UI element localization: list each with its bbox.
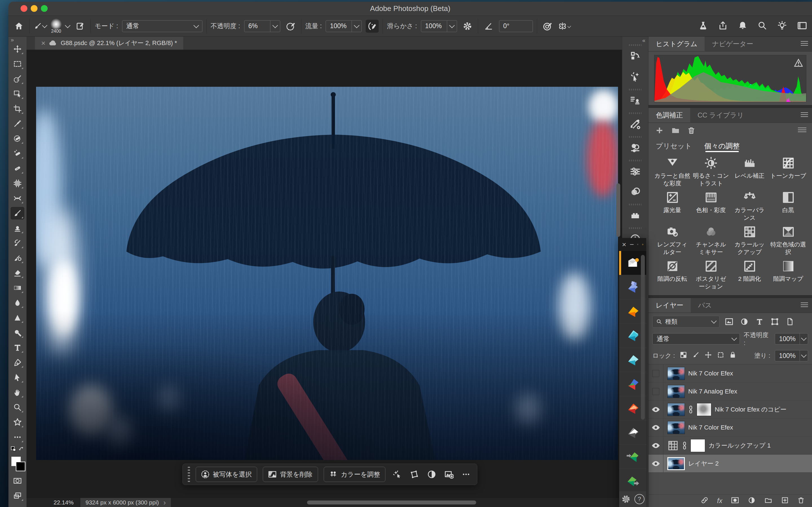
tool-eyedropper[interactable] xyxy=(11,117,24,130)
lut-grid-icon[interactable] xyxy=(667,440,679,451)
histogram-warning-icon[interactable] xyxy=(794,59,803,67)
adj-threshold[interactable]: 2 階調化 xyxy=(730,260,769,290)
taskbar-drag-handle[interactable] xyxy=(188,467,190,482)
bell-icon[interactable] xyxy=(738,20,748,32)
layer-mask-thumbnail[interactable] xyxy=(697,403,711,416)
new-adjustment-icon[interactable] xyxy=(748,496,756,505)
default-colors-widget[interactable] xyxy=(10,446,24,452)
remove-background-button[interactable]: 背景を削除 xyxy=(263,467,318,482)
tool-sharpen[interactable] xyxy=(11,312,24,324)
tool-brush[interactable] xyxy=(11,207,24,219)
panel-menu-icon[interactable] xyxy=(801,112,808,118)
zoom-percentage[interactable]: 22.14% xyxy=(54,499,73,506)
nik-scrollbar[interactable] xyxy=(641,255,645,420)
tool-zoom[interactable] xyxy=(11,401,24,413)
adj-brightness-contrast[interactable]: 明るさ・コントラスト xyxy=(692,157,730,187)
tool-clone-stamp[interactable] xyxy=(11,222,24,234)
layer-filter-select[interactable]: 種類 xyxy=(652,316,719,328)
lock-artboard-icon[interactable] xyxy=(717,351,725,360)
layer-mask-thumbnail[interactable] xyxy=(691,439,705,452)
nik-minimize-icon[interactable]: − xyxy=(629,240,634,249)
transform-polygon-icon[interactable] xyxy=(409,467,420,482)
properties-panel-icon[interactable] xyxy=(622,161,648,182)
nik-item-silver-efex[interactable] xyxy=(619,420,646,445)
adj-curves[interactable]: トーンカーブ xyxy=(769,157,808,187)
toggle-brush-settings-icon[interactable] xyxy=(73,20,87,33)
document-tab[interactable]: × G88.psdc @ 22.1% (レイヤー 2, RGB/8) * xyxy=(35,37,183,50)
flow-chevron[interactable] xyxy=(352,20,361,32)
tool-path-select[interactable] xyxy=(11,371,24,384)
visibility-toggle[interactable] xyxy=(649,418,663,436)
layer-row[interactable]: Nik 7 Color Efex のコピー xyxy=(649,400,812,418)
adj-posterize[interactable]: ポスタリゼーション xyxy=(692,260,730,290)
tool-presets-panel-icon[interactable] xyxy=(622,114,648,134)
layer-name[interactable]: Nik 7 Color Efex xyxy=(688,370,733,377)
canvas-horizontal-scrollbar[interactable] xyxy=(307,501,476,504)
pressure-size-icon[interactable] xyxy=(541,20,554,33)
layer-row-selected[interactable]: レイヤー 2 xyxy=(649,455,812,473)
filter-image-layers-icon[interactable] xyxy=(723,316,735,328)
new-group-icon[interactable] xyxy=(764,496,772,505)
panel-menu-icon[interactable] xyxy=(801,302,808,308)
layer-thumbnail[interactable] xyxy=(667,421,685,434)
tool-eraser[interactable] xyxy=(11,267,24,279)
layer-row[interactable]: Nik 7 Color Efex xyxy=(649,364,812,383)
subtab-individual[interactable]: 個々の調整 xyxy=(704,138,740,154)
airbrush-icon[interactable] xyxy=(366,20,378,33)
pressure-opacity-icon[interactable] xyxy=(284,20,297,33)
smoothing-options-gear-icon[interactable] xyxy=(461,20,474,33)
layer-row[interactable]: Nik 7 Color Efex xyxy=(649,418,812,437)
discover-lightbulb-icon[interactable] xyxy=(777,20,787,32)
plugins-panel-icon[interactable] xyxy=(622,205,648,226)
help-icon[interactable]: ? xyxy=(635,494,645,504)
foreground-background-colors[interactable] xyxy=(11,454,24,472)
mask-link-icon[interactable] xyxy=(688,405,693,414)
tool-hand[interactable] xyxy=(11,386,24,399)
layer-thumbnail[interactable] xyxy=(667,457,685,470)
lock-transparency-icon[interactable] xyxy=(679,351,688,360)
filter-type-layers-icon[interactable] xyxy=(754,316,765,328)
adj-channel-mixer[interactable]: チャンネルミキサー xyxy=(692,225,730,256)
add-mask-icon[interactable] xyxy=(731,496,739,505)
tab-layers[interactable]: レイヤー xyxy=(649,298,691,313)
sparkle-cursor-icon[interactable] xyxy=(391,467,403,482)
share-icon[interactable] xyxy=(718,20,728,32)
adj-hue-saturation[interactable]: 色相・彩度 xyxy=(692,191,730,221)
adj-color-lookup[interactable]: カラールックアップ xyxy=(730,225,769,256)
workspace-icon[interactable] xyxy=(797,20,808,32)
nik-item-output-sharpener[interactable] xyxy=(619,469,646,493)
smoothing-input[interactable]: 100% xyxy=(421,20,457,32)
adj-black-white[interactable]: 白黒 xyxy=(769,191,808,221)
tool-shape-star[interactable] xyxy=(11,416,24,429)
beta-flask-icon[interactable] xyxy=(698,20,708,32)
layer-opacity-input[interactable]: 100% xyxy=(775,333,808,344)
lock-all-icon[interactable] xyxy=(729,351,737,360)
layer-name[interactable]: レイヤー 2 xyxy=(688,459,719,468)
canvas-area[interactable]: 被写体を選択 背景を削除 カラーを調整 xyxy=(27,50,622,498)
search-icon[interactable] xyxy=(757,20,767,32)
adj-gradient-map[interactable]: 階調マップ xyxy=(769,260,808,290)
tool-gradient[interactable] xyxy=(11,282,24,294)
trash-icon[interactable] xyxy=(688,126,695,135)
background-color-swatch[interactable] xyxy=(16,462,26,471)
gear-icon[interactable] xyxy=(621,494,631,504)
layer-thumbnail[interactable] xyxy=(667,385,685,398)
visibility-toggle[interactable] xyxy=(649,364,663,382)
home-icon[interactable] xyxy=(12,20,26,33)
canvas-vertical-scrollbar[interactable] xyxy=(616,183,620,237)
nik-settings-list-icon[interactable] xyxy=(637,242,638,247)
tab-navigator[interactable]: ナビゲーター xyxy=(705,37,760,51)
tool-content-aware-move[interactable] xyxy=(11,192,24,205)
tool-marquee[interactable] xyxy=(11,58,24,70)
filter-smart-object-icon[interactable] xyxy=(784,316,796,328)
color-mixer-panel-icon[interactable] xyxy=(622,138,648,158)
brush-preview[interactable]: 2400 xyxy=(50,18,62,34)
adjust-color-button[interactable]: カラーを調整 xyxy=(324,467,386,482)
opacity-input[interactable]: 6% xyxy=(244,20,280,32)
brush-angle-input[interactable]: 0° xyxy=(499,20,533,32)
visibility-toggle[interactable] xyxy=(649,455,663,472)
visibility-toggle[interactable] xyxy=(649,437,663,454)
layer-fill-input[interactable]: 100% xyxy=(775,350,808,361)
opacity-chevron[interactable] xyxy=(270,20,280,32)
nik-item-presharpener[interactable] xyxy=(619,445,646,469)
